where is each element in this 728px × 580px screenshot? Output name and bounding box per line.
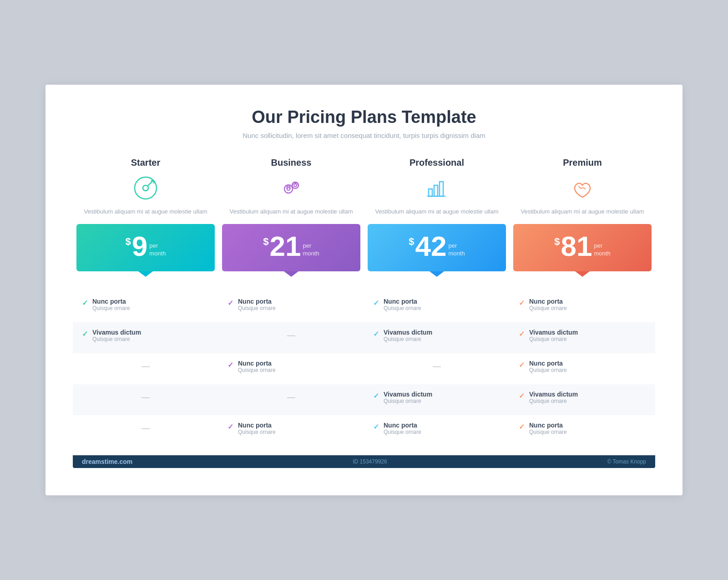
page-title: Our Pricing Plans Template bbox=[73, 107, 655, 127]
svg-point-7 bbox=[287, 188, 290, 190]
check-icon: ✓ bbox=[228, 299, 233, 307]
dreamstime-footer: dreamstime.com ID 153479926 © Tomas Knop… bbox=[73, 455, 655, 468]
price-col-professional: $ 42 permonth bbox=[366, 224, 508, 271]
page-subtitle: Nunc sollicitudin, lorem sit amet conseq… bbox=[73, 132, 655, 139]
feature-sub: Quisque ornare bbox=[384, 336, 432, 342]
dreamstime-logo: dreamstime.com bbox=[82, 458, 132, 465]
feature-sub: Quisque ornare bbox=[238, 305, 276, 311]
dash-icon: — bbox=[142, 361, 150, 371]
professional-icon bbox=[424, 175, 450, 201]
feature-text: Nunc porta Quisque ornare bbox=[384, 298, 421, 311]
plans-header: Starter Vestibulum aliquam mi at augue m… bbox=[73, 158, 655, 224]
feature-title: Vivamus dictum bbox=[529, 391, 578, 398]
feature-cell-r1-business: ✓ Nunc porta Quisque ornare bbox=[218, 291, 364, 322]
feature-sub: Quisque ornare bbox=[384, 398, 432, 404]
feature-text: Nunc porta Quisque ornare bbox=[238, 360, 276, 373]
dash-icon: — bbox=[287, 392, 295, 402]
feature-text: Vivamus dictum Quisque ornare bbox=[529, 329, 578, 342]
check-icon: ✓ bbox=[373, 330, 379, 338]
svg-rect-9 bbox=[429, 189, 432, 196]
svg-rect-10 bbox=[434, 185, 438, 196]
feature-title: Nunc porta bbox=[529, 360, 567, 367]
feature-sub: Quisque ornare bbox=[529, 367, 567, 373]
feature-cell-r3-professional: — bbox=[364, 353, 510, 384]
feature-sub: Quisque ornare bbox=[384, 305, 421, 311]
feature-title: Nunc porta bbox=[384, 422, 421, 429]
check-icon: ✓ bbox=[82, 299, 88, 307]
feature-sub: Quisque ornare bbox=[92, 305, 130, 311]
plans-wrapper: Starter Vestibulum aliquam mi at augue m… bbox=[73, 158, 655, 447]
feature-text: Nunc porta Quisque ornare bbox=[238, 298, 276, 311]
pricing-card: Our Pricing Plans Template Nunc sollicit… bbox=[46, 85, 682, 496]
check-icon: ✓ bbox=[519, 361, 525, 369]
feature-cell-r3-business: ✓ Nunc porta Quisque ornare bbox=[218, 353, 364, 384]
professional-dollar: $ bbox=[409, 236, 414, 248]
check-icon: ✓ bbox=[228, 422, 233, 431]
dash-icon: — bbox=[142, 423, 150, 433]
premium-price: 81 bbox=[561, 232, 592, 260]
premium-period: permonth bbox=[594, 242, 611, 258]
feature-sub: Quisque ornare bbox=[529, 336, 578, 342]
feature-text: Vivamus dictum Quisque ornare bbox=[529, 391, 578, 404]
feature-row-2: ✓ Vivamus dictum Quisque ornare — ✓ Viva… bbox=[73, 322, 655, 353]
check-icon: ✓ bbox=[519, 422, 525, 431]
check-icon: ✓ bbox=[373, 422, 379, 431]
plan-header-business: Business Vestibulum aliquam mi at augue … bbox=[218, 158, 364, 224]
feature-title: Nunc porta bbox=[529, 422, 567, 429]
feature-row-3: — ✓ Nunc porta Quisque ornare — ✓ Nunc p… bbox=[73, 353, 655, 384]
feature-cell-r1-professional: ✓ Nunc porta Quisque ornare bbox=[364, 291, 510, 322]
premium-dollar: $ bbox=[554, 236, 560, 248]
svg-point-8 bbox=[294, 184, 297, 187]
price-banner-business: $ 21 permonth bbox=[222, 224, 360, 271]
feature-title: Vivamus dictum bbox=[384, 391, 432, 398]
feature-text: Nunc porta Quisque ornare bbox=[384, 422, 421, 435]
feature-title: Nunc porta bbox=[238, 422, 276, 429]
business-name: Business bbox=[271, 158, 312, 168]
feature-cell-r2-starter: ✓ Vivamus dictum Quisque ornare bbox=[73, 322, 218, 353]
feature-title: Nunc porta bbox=[238, 298, 276, 305]
professional-desc: Vestibulum aliquam mi at augue molestie … bbox=[371, 207, 503, 216]
price-banner-starter: $ 9 permonth bbox=[76, 224, 215, 271]
professional-period: permonth bbox=[449, 242, 465, 258]
feature-title: Vivamus dictum bbox=[384, 329, 432, 336]
feature-sub: Quisque ornare bbox=[529, 305, 567, 311]
price-banner-premium: $ 81 permonth bbox=[513, 224, 652, 271]
feature-text: Vivamus dictum Quisque ornare bbox=[384, 391, 432, 404]
feature-title: Vivamus dictum bbox=[92, 329, 141, 336]
feature-cell-r5-starter: — bbox=[73, 415, 218, 446]
check-icon: ✓ bbox=[519, 330, 525, 338]
feature-title: Vivamus dictum bbox=[529, 329, 578, 336]
check-icon: ✓ bbox=[519, 392, 525, 400]
feature-cell-r5-business: ✓ Nunc porta Quisque ornare bbox=[218, 415, 364, 446]
feature-cell-r1-premium: ✓ Nunc porta Quisque ornare bbox=[510, 291, 655, 322]
price-col-starter: $ 9 permonth bbox=[75, 224, 217, 271]
feature-cell-r4-starter: — bbox=[73, 384, 218, 415]
feature-sub: Quisque ornare bbox=[529, 429, 567, 435]
price-banner-professional: $ 42 permonth bbox=[368, 224, 506, 271]
feature-cell-r3-premium: ✓ Nunc porta Quisque ornare bbox=[510, 353, 655, 384]
features-section: ✓ Nunc porta Quisque ornare ✓ Nunc porta… bbox=[73, 291, 655, 446]
feature-row-1: ✓ Nunc porta Quisque ornare ✓ Nunc porta… bbox=[73, 291, 655, 322]
business-desc: Vestibulum aliquam mi at augue molestie … bbox=[225, 207, 358, 216]
svg-line-2 bbox=[148, 181, 153, 185]
feature-title: Nunc porta bbox=[238, 360, 276, 367]
feature-cell-r4-premium: ✓ Vivamus dictum Quisque ornare bbox=[510, 384, 655, 415]
footer-id: ID 153479926 bbox=[353, 458, 387, 465]
business-icon bbox=[278, 175, 304, 201]
feature-title: Nunc porta bbox=[529, 298, 567, 305]
business-period: permonth bbox=[303, 242, 319, 258]
feature-sub: Quisque ornare bbox=[529, 398, 578, 404]
starter-dollar: $ bbox=[126, 236, 131, 248]
feature-cell-r2-premium: ✓ Vivamus dictum Quisque ornare bbox=[510, 322, 655, 353]
feature-cell-r2-professional: ✓ Vivamus dictum Quisque ornare bbox=[364, 322, 510, 353]
check-icon: ✓ bbox=[82, 330, 88, 338]
svg-point-1 bbox=[143, 185, 148, 191]
feature-cell-r5-premium: ✓ Nunc porta Quisque ornare bbox=[510, 415, 655, 446]
price-row: $ 9 permonth $ 21 permonth $ 42 pe bbox=[73, 224, 655, 271]
footer-author: © Tomas Knopp bbox=[607, 458, 646, 465]
plan-header-premium: Premium Vestibulum aliquam mi at augue m… bbox=[510, 158, 655, 224]
feature-title: Nunc porta bbox=[384, 298, 421, 305]
feature-sub: Quisque ornare bbox=[384, 429, 421, 435]
feature-cell-r4-professional: ✓ Vivamus dictum Quisque ornare bbox=[364, 384, 510, 415]
business-dollar: $ bbox=[263, 236, 268, 248]
